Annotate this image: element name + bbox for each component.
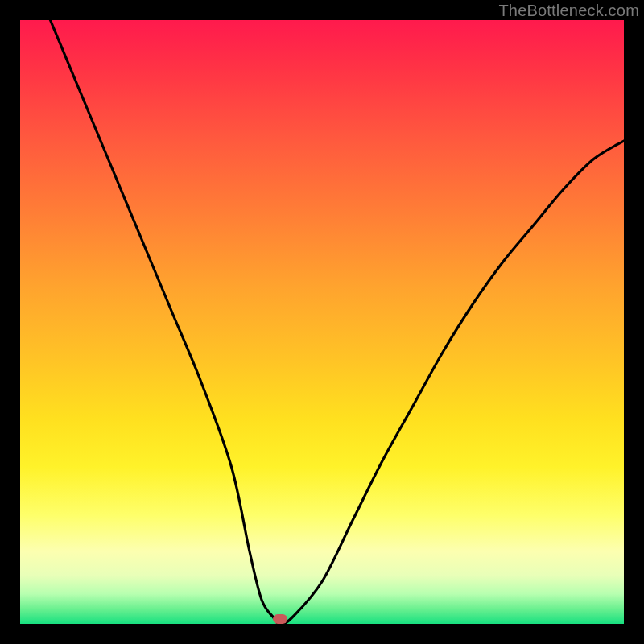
bottleneck-curve [20, 20, 624, 624]
chart-frame: TheBottleneck.com [0, 0, 644, 644]
watermark-text: TheBottleneck.com [498, 2, 639, 20]
optimum-marker [273, 614, 287, 624]
plot-area [20, 20, 624, 624]
curve-path [51, 20, 625, 624]
